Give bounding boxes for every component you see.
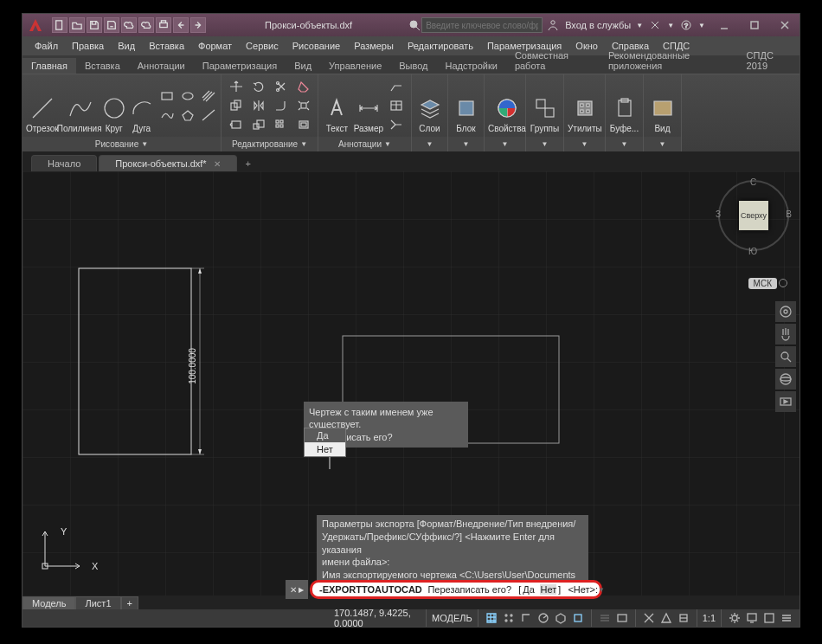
iso-icon[interactable] [553,610,568,626]
cloud-open-icon[interactable] [121,17,137,33]
ribbon-tab-param[interactable]: Параметризация [194,58,286,74]
layout-tab-add[interactable]: + [121,596,138,610]
osnap-icon[interactable] [570,610,586,626]
cmd-opt-no[interactable]: Нет [540,584,556,595]
tpy-icon[interactable] [614,610,630,626]
menu-format[interactable]: Формат [191,41,239,51]
file-tab-start[interactable]: Начало [31,155,97,171]
trim-icon[interactable] [272,78,291,95]
ribbon-tab-output[interactable]: Вывод [390,58,436,74]
ribbon-tab-spds[interactable]: СПДС 2019 [738,48,800,74]
erase-icon[interactable] [294,78,313,95]
layout-tab-model[interactable]: Модель [22,596,75,610]
viewcube[interactable]: С В Ю З Сверху [718,180,789,251]
option-yes[interactable]: Да [305,428,345,442]
clean-icon[interactable] [761,610,777,626]
menu-view[interactable]: Вид [111,41,142,51]
copy-icon[interactable] [227,97,246,114]
ribbon-tab-manage[interactable]: Управление [320,58,390,74]
menu-edit[interactable]: Правка [65,41,111,51]
groups-tool[interactable]: Группы [530,76,560,135]
menu-service[interactable]: Сервис [239,41,286,51]
ribbon-tab-home[interactable]: Главная [22,58,76,74]
showmotion-icon[interactable] [775,391,796,412]
block-tool[interactable]: Блок [452,76,480,135]
explode-icon[interactable] [294,97,313,114]
stretch-icon[interactable] [227,116,246,133]
custom-icon[interactable] [779,610,794,626]
monitor-icon[interactable] [744,610,760,626]
signin-link[interactable]: Вход в службы [565,20,631,30]
redo-icon[interactable] [190,17,206,33]
xline-icon[interactable] [199,106,218,124]
polygon-icon[interactable] [178,106,197,124]
model-badge[interactable]: МОДЕЛЬ [426,609,478,627]
menu-draw[interactable]: Рисование [286,41,347,51]
menu-modify[interactable]: Редактировать [401,41,480,51]
help-icon[interactable]: ? [679,18,693,32]
sc-icon[interactable] [658,610,674,626]
array-icon[interactable] [272,116,291,133]
rotate-icon[interactable] [249,78,268,95]
ds-icon[interactable] [676,610,691,626]
menu-insert[interactable]: Вставка [142,41,191,51]
arc-tool[interactable]: Дуга [128,76,156,135]
scale-icon[interactable] [249,116,268,133]
user-icon[interactable] [546,18,560,32]
command-line[interactable]: -EXPORTTOAUTOCAD Перезаписать его? [Да Н… [310,580,602,599]
ribbon-tab-addins[interactable]: Надстройки [437,58,506,74]
drawing-rect-1[interactable] [79,268,191,454]
app-logo[interactable] [26,16,45,35]
grid-icon[interactable] [484,610,499,626]
minimize-button[interactable] [709,14,739,36]
spline-icon[interactable] [157,106,177,124]
saveas-icon[interactable] [104,17,119,33]
pan-icon[interactable] [775,324,796,345]
maximize-button[interactable] [739,14,769,36]
nav-wheel-icon[interactable] [775,301,796,322]
qp-icon[interactable] [641,610,657,626]
wcs-badge[interactable]: МСК [748,278,777,289]
cloud-save-icon[interactable] [138,17,154,33]
ortho-icon[interactable] [518,610,534,626]
circle-tool[interactable]: Круг [100,76,128,135]
utils-tool[interactable]: Утилиты [568,76,602,135]
layout-tab-sheet1[interactable]: Лист1 [75,596,120,610]
zoom-icon[interactable] [775,346,796,367]
close-button[interactable] [769,14,800,36]
ribbon-tab-featured[interactable]: Рекомендованные приложения [600,48,738,74]
save-icon[interactable] [87,17,102,33]
leader-icon[interactable] [387,78,406,95]
mleader-icon[interactable] [387,116,406,133]
view-tool[interactable]: Вид [647,76,678,135]
open-icon[interactable] [69,17,85,33]
search-icon[interactable] [408,18,421,32]
scale-readout[interactable]: 1:1 [697,609,721,627]
table-icon[interactable] [387,97,406,114]
offset-icon[interactable] [294,116,313,133]
file-tab-current[interactable]: Прокси-объекты.dxf*✕ [99,155,236,171]
menu-file[interactable]: Файл [28,41,65,51]
drawing-area[interactable]: 100.0000 Чертеж с таким именем уже сущес… [22,171,800,596]
ribbon-tab-anno[interactable]: Аннотации [129,58,194,74]
lwt-icon[interactable] [597,610,613,626]
plot-icon[interactable] [156,17,171,33]
text-tool[interactable]: Текст [322,76,352,135]
viewcube-face[interactable]: Сверху [739,201,768,230]
close-icon[interactable]: ✕ [214,159,221,169]
exchange-icon[interactable] [648,18,662,32]
fillet-icon[interactable] [272,97,291,114]
hatch-icon[interactable] [199,87,218,105]
ribbon-tab-collab[interactable]: Совместная работа [506,48,600,74]
menu-dims[interactable]: Размеры [347,41,401,51]
cmd-opt-yes[interactable]: Да [523,584,535,595]
undo-icon[interactable] [173,17,189,33]
layers-tool[interactable]: Слои [415,76,444,135]
ribbon-tab-insert[interactable]: Вставка [76,58,129,74]
orbit-icon[interactable] [775,369,796,390]
cmdline-close-button[interactable]: ✕ ▶ [286,580,308,599]
move-icon[interactable] [227,78,246,95]
ribbon-tab-view[interactable]: Вид [286,58,320,74]
search-input[interactable] [421,17,543,33]
option-no[interactable]: Нет [305,442,345,456]
